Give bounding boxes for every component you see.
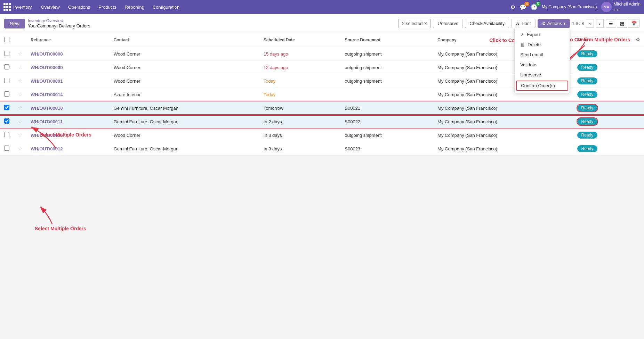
calendar-view-button[interactable]: 📅: [628, 19, 640, 28]
new-button[interactable]: New: [4, 19, 25, 28]
clock-icon[interactable]: 🕐5: [531, 4, 538, 10]
source-doc-header[interactable]: Source Document: [340, 33, 433, 47]
user-menu[interactable]: MA Mitchell Admin knk: [601, 2, 641, 12]
row-star-cell[interactable]: ☆: [14, 142, 26, 156]
row-ref[interactable]: WH/OUT/00012: [26, 142, 110, 156]
row-star-cell[interactable]: ☆: [14, 101, 26, 115]
row-ref[interactable]: WH/OUT/00014: [26, 88, 110, 101]
grid-icon: [3, 3, 11, 11]
row-star-cell[interactable]: ☆: [14, 61, 26, 74]
star-icon[interactable]: ☆: [18, 91, 22, 97]
status-header[interactable]: Status: [573, 33, 632, 47]
row-checkbox-cell[interactable]: [0, 129, 14, 142]
row-ref[interactable]: WH/OUT/00009: [26, 61, 110, 74]
row-contact: Wood Corner: [110, 74, 259, 88]
row-checkbox[interactable]: [4, 91, 9, 97]
row-checkbox[interactable]: [4, 64, 9, 69]
ref-link[interactable]: WH/OUT/00009: [31, 65, 63, 70]
select-multiple-annotation: Select Multiple Orders: [35, 226, 86, 231]
ref-link[interactable]: WH/OUT/00005: [31, 133, 63, 138]
select-all-header[interactable]: [0, 33, 14, 47]
star-icon[interactable]: ☆: [18, 78, 22, 84]
menu-configuration[interactable]: Configuration: [149, 3, 183, 11]
unreserve-button[interactable]: Unreserve: [433, 19, 463, 28]
settings-icon[interactable]: ⚙: [510, 4, 515, 10]
row-star-cell[interactable]: ☆: [14, 129, 26, 142]
clear-selection-icon[interactable]: ✕: [424, 21, 427, 26]
status-badge: Ready: [577, 118, 598, 125]
list-view-button[interactable]: ☰: [606, 19, 616, 28]
row-contact: Gemini Furniture, Oscar Morgan: [110, 115, 259, 129]
top-navigation: Inventory Overview Operations Products R…: [0, 0, 644, 14]
menu-reporting[interactable]: Reporting: [121, 3, 148, 11]
row-checkbox-cell[interactable]: [0, 101, 14, 115]
reference-header[interactable]: Reference: [26, 33, 110, 47]
send-email-action[interactable]: Send email: [515, 50, 570, 60]
star-icon[interactable]: ☆: [18, 146, 22, 151]
contact-header[interactable]: Contact: [110, 33, 259, 47]
row-ref[interactable]: WH/OUT/00008: [26, 47, 110, 61]
row-checkbox-cell[interactable]: [0, 61, 14, 74]
row-ref[interactable]: WH/OUT/00005: [26, 129, 110, 142]
app-logo[interactable]: Inventory: [3, 3, 32, 11]
row-checkbox-cell[interactable]: [0, 47, 14, 61]
row-star-cell[interactable]: ☆: [14, 115, 26, 129]
row-ref[interactable]: WH/OUT/00010: [26, 101, 110, 115]
select-all-checkbox[interactable]: [4, 37, 9, 42]
row-checkbox[interactable]: [4, 146, 9, 151]
star-icon[interactable]: ☆: [18, 64, 22, 70]
prev-page-button[interactable]: ‹: [586, 19, 594, 28]
ref-link[interactable]: WH/OUT/00014: [31, 92, 63, 97]
unreserve-action[interactable]: Unreserve: [515, 70, 570, 80]
select-multiple-label: Select Multiple Orders: [35, 226, 86, 231]
check-availability-button[interactable]: Check Availability: [465, 19, 509, 28]
table-row: ☆ WH/OUT/00005 Wood Corner In 3 days out…: [0, 129, 644, 142]
row-star-cell[interactable]: ☆: [14, 74, 26, 88]
status-badge: Ready: [577, 105, 598, 111]
print-button[interactable]: 🖨 Print: [511, 19, 535, 28]
row-date: Today: [259, 88, 341, 101]
kanban-view-button[interactable]: ▦: [617, 19, 627, 28]
star-icon[interactable]: ☆: [18, 51, 22, 57]
ref-link[interactable]: WH/OUT/00008: [31, 51, 63, 57]
menu-products[interactable]: Products: [95, 3, 120, 11]
row-checkbox[interactable]: [4, 78, 9, 83]
scheduled-date-header[interactable]: Scheduled Date: [259, 33, 341, 47]
ref-link[interactable]: WH/OUT/00001: [31, 78, 63, 84]
row-checkbox-cell[interactable]: [0, 142, 14, 156]
row-checkbox-cell[interactable]: [0, 115, 14, 129]
validate-action[interactable]: Validate: [515, 60, 570, 70]
star-icon[interactable]: ☆: [18, 105, 22, 111]
row-ref[interactable]: WH/OUT/00001: [26, 74, 110, 88]
star-icon[interactable]: ☆: [18, 118, 22, 124]
menu-overview[interactable]: Overview: [37, 3, 63, 11]
actions-menu: ↗ Export 🗑 Delete Send email Validate U: [514, 28, 570, 93]
update-badge: 5: [536, 2, 540, 6]
row-checkbox-cell[interactable]: [0, 88, 14, 101]
actions-button[interactable]: ⚙ Actions ▾: [538, 19, 570, 28]
chat-icon[interactable]: 💬4: [520, 4, 526, 10]
ref-link[interactable]: WH/OUT/00010: [31, 106, 63, 111]
breadcrumb-parent[interactable]: Inventory Overview: [28, 18, 395, 23]
row-status: Ready: [573, 88, 632, 101]
export-action[interactable]: ↗ Export: [515, 30, 570, 40]
ref-link[interactable]: WH/OUT/00012: [31, 146, 63, 151]
delete-action[interactable]: 🗑 Delete: [515, 40, 570, 50]
ref-link[interactable]: WH/OUT/00011: [31, 119, 63, 124]
row-star-cell[interactable]: ☆: [14, 88, 26, 101]
row-checkbox[interactable]: [4, 105, 9, 110]
star-header: [14, 33, 26, 47]
confirm-orders-action[interactable]: Confirm Order(s): [516, 81, 568, 91]
next-page-button[interactable]: ›: [596, 19, 604, 28]
star-icon[interactable]: ☆: [18, 132, 22, 138]
selected-button[interactable]: 2 selected ✕: [398, 19, 431, 28]
row-checkbox[interactable]: [4, 118, 9, 124]
app-name: Inventory: [13, 5, 32, 10]
row-ref[interactable]: WH/OUT/00011: [26, 115, 110, 129]
settings-header[interactable]: ⚙: [632, 33, 644, 47]
row-checkbox[interactable]: [4, 51, 9, 56]
row-star-cell[interactable]: ☆: [14, 47, 26, 61]
menu-operations[interactable]: Operations: [65, 3, 94, 11]
row-checkbox-cell[interactable]: [0, 74, 14, 88]
row-checkbox[interactable]: [4, 132, 9, 137]
